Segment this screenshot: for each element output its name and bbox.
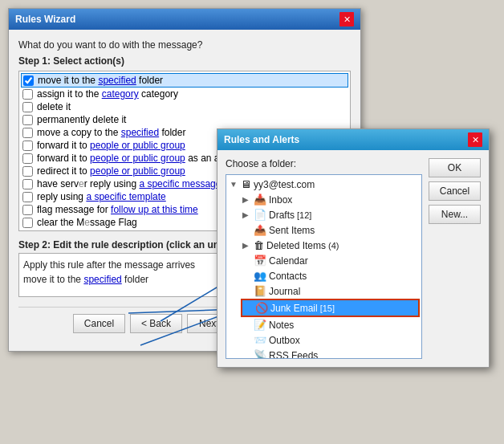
rules-wizard-titlebar: Rules Wizard ✕ — [9, 9, 360, 30]
folder-outbox[interactable]: 📨 Outbox — [241, 332, 420, 348]
action-checkbox-5[interactable] — [22, 128, 33, 138]
rules-alerts-close-button[interactable]: ✕ — [468, 132, 482, 147]
action-text-5: move a copy to the specified folder — [37, 127, 185, 138]
action-text-2: assign it to the category category — [37, 88, 178, 100]
action-text-11: flag message for follow up at this time — [37, 204, 198, 215]
rule-desc-line2: move it to the specified folder — [23, 274, 148, 285]
folder-tree[interactable]: ▼ 🖥 yy3@test.com ▶ 📥 Inbox ▶ 📄 D — [226, 174, 422, 359]
new-button[interactable]: New... — [429, 205, 481, 224]
folder-name-inbox: Inbox — [269, 194, 292, 206]
sent-icon: 📤 — [254, 224, 266, 236]
folder-name-sent: Sent Items — [269, 225, 315, 236]
action-checkbox-10[interactable] — [22, 192, 33, 202]
action-text-4: permanently delete it — [37, 114, 126, 125]
action-checkbox-13[interactable] — [22, 230, 33, 231]
action-item-4[interactable]: permanently delete it — [21, 113, 348, 126]
action-checkbox-2[interactable] — [22, 89, 33, 100]
folder-name-outbox: Outbox — [269, 335, 300, 346]
deleted-badge: (4) — [328, 241, 339, 251]
action-text-12: clear the Message Flag — [37, 217, 137, 228]
action-text-1: move it to the specified folder — [38, 75, 163, 86]
folder-rss[interactable]: 📡 RSS Feeds — [241, 348, 420, 359]
folder-name-rss: RSS Feeds — [269, 350, 318, 360]
deleted-icon: 🗑 — [254, 239, 264, 251]
step1-title: Step 1: Select action(s) — [18, 55, 351, 67]
action-item-2[interactable]: assign it to the category category — [21, 88, 348, 100]
rules-wizard-close-button[interactable]: ✕ — [339, 12, 354, 26]
folder-contacts[interactable]: 👥 Contacts — [241, 268, 420, 283]
action-link-follow-up[interactable]: follow up at this time — [111, 204, 198, 215]
drafts-badge: [12] — [297, 210, 311, 220]
folder-name-calendar: Calendar — [269, 255, 308, 267]
folder-sent[interactable]: 📤 Sent Items — [241, 222, 420, 238]
folder-panel: Choose a folder: ▼ 🖥 yy3@test.com ▶ 📥 In… — [226, 158, 422, 359]
ok-button[interactable]: OK — [429, 158, 481, 177]
choose-folder-label: Choose a folder: — [226, 158, 422, 169]
action-link-people-1[interactable]: people or public group — [90, 140, 185, 151]
action-text-10: reply using a specific template — [37, 191, 166, 202]
action-checkbox-1[interactable] — [23, 75, 34, 86]
action-link-category[interactable]: category — [102, 88, 139, 100]
action-link-people-3[interactable]: people or public group — [90, 165, 185, 177]
folder-calendar[interactable]: 📅 Calendar — [241, 253, 420, 268]
folder-drafts[interactable]: ▶ 📄 Drafts [12] — [241, 207, 420, 222]
action-item-3[interactable]: delete it — [21, 100, 348, 113]
folder-name-notes: Notes — [269, 320, 294, 331]
junk-badge: [15] — [320, 303, 335, 313]
action-link-specified-2[interactable]: specified — [121, 127, 159, 138]
ra-cancel-button[interactable]: Cancel — [429, 181, 481, 201]
inbox-icon: 📥 — [254, 193, 266, 206]
tree-toggle-inbox[interactable]: ▶ — [242, 195, 254, 204]
folder-root[interactable]: ▼ 🖥 yy3@test.com — [228, 177, 420, 192]
action-checkbox-9[interactable] — [22, 179, 33, 189]
rules-alerts-dialog: Rules and Alerts ✕ Choose a folder: ▼ 🖥 … — [217, 128, 490, 368]
rules-alerts-titlebar: Rules and Alerts ✕ — [217, 129, 489, 150]
action-text-8: redirect it to people or public group — [37, 165, 185, 177]
contacts-icon: 👥 — [254, 270, 266, 282]
folder-name-journal: Journal — [269, 286, 300, 297]
tree-toggle-deleted[interactable]: ▶ — [242, 241, 254, 250]
action-checkbox-12[interactable] — [22, 218, 33, 228]
outbox-icon: 📨 — [254, 334, 266, 346]
action-link-specific-message[interactable]: a specific message — [139, 178, 221, 189]
journal-icon: 📔 — [254, 285, 266, 297]
calendar-icon: 📅 — [254, 255, 266, 267]
rules-alerts-title: Rules and Alerts — [224, 134, 299, 145]
action-checkbox-8[interactable] — [22, 166, 33, 177]
drafts-icon: 📄 — [254, 209, 266, 221]
action-text-13: clear message's categories — [37, 230, 153, 231]
action-text-7: forward it to people or public group as … — [37, 153, 238, 164]
action-text-3: delete it — [37, 101, 71, 112]
folder-junk-email[interactable]: 🚫 Junk Email [15] — [241, 299, 420, 317]
folder-notes[interactable]: 📝 Notes — [241, 317, 420, 332]
action-item-1[interactable]: move it to the specified folder — [21, 73, 348, 88]
email-account-icon: 🖥 — [241, 178, 251, 190]
folder-name-drafts: Drafts — [269, 210, 295, 221]
folder-inbox[interactable]: ▶ 📥 Inbox — [241, 192, 420, 207]
action-link-specific-template[interactable]: a specific template — [86, 191, 165, 202]
tree-toggle-root[interactable]: ▼ — [230, 180, 241, 189]
folder-name-contacts: Contacts — [269, 271, 307, 282]
wizard-section-title: What do you want to do with the message? — [18, 39, 351, 51]
cancel-button[interactable]: Cancel — [73, 314, 125, 333]
folder-name-deleted: Deleted Items — [266, 240, 326, 251]
folder-journal[interactable]: 📔 Journal — [241, 283, 420, 299]
action-checkbox-11[interactable] — [22, 205, 33, 215]
action-checkbox-3[interactable] — [22, 102, 33, 112]
folder-children: ▶ 📥 Inbox ▶ 📄 Drafts [12] 📤 — [228, 192, 420, 359]
back-button[interactable]: < Back — [130, 314, 182, 333]
action-text-9: have server reply using a specific messa… — [37, 178, 221, 189]
notes-icon: 📝 — [254, 319, 266, 331]
rules-alerts-body: Choose a folder: ▼ 🖥 yy3@test.com ▶ 📥 In… — [217, 150, 489, 367]
action-checkbox-4[interactable] — [22, 115, 33, 125]
action-link-specified-1[interactable]: specified — [98, 75, 136, 86]
rss-icon: 📡 — [254, 349, 266, 359]
rules-alerts-buttons: OK Cancel New... — [429, 158, 481, 359]
action-checkbox-6[interactable] — [22, 141, 33, 151]
rule-desc-specified-link[interactable]: specified — [83, 274, 121, 285]
tree-toggle-drafts[interactable]: ▶ — [242, 210, 254, 219]
folder-name-junk: Junk Email — [270, 303, 318, 314]
action-checkbox-7[interactable] — [22, 153, 33, 164]
folder-deleted[interactable]: ▶ 🗑 Deleted Items (4) — [241, 238, 420, 253]
action-link-people-2[interactable]: people or public group — [90, 153, 185, 164]
